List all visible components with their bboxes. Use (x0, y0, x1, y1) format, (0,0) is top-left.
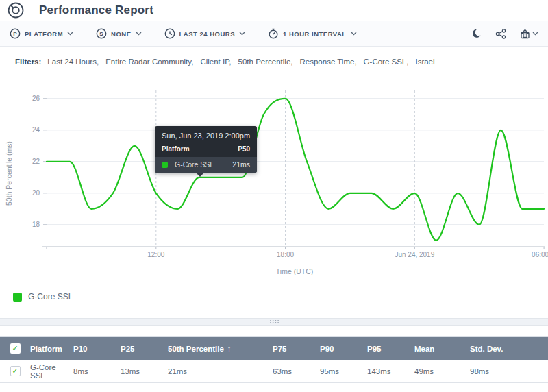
column-header-p10[interactable]: P10 (71, 345, 118, 353)
resize-divider[interactable] (0, 318, 548, 326)
table-row: ✓G-Core SSL8ms13ms21ms63ms95ms143ms49ms9… (0, 360, 548, 383)
svg-text:S: S (99, 31, 103, 37)
row-checkbox[interactable]: ✓ (10, 366, 21, 376)
filter-item: Israel (415, 58, 434, 66)
table-cell: G-Core SSL (27, 363, 71, 380)
y-tick-label: 26 (0, 95, 40, 102)
column-header-p25[interactable]: P25 (118, 345, 165, 353)
filters-list: Last 24 Hours,Entire Radar Community,Cli… (47, 58, 441, 66)
dark-mode-moon-icon (472, 29, 482, 38)
export-icon (520, 29, 530, 39)
column-header-platform[interactable]: Platform (27, 345, 71, 353)
filter-item: Client IP, (200, 58, 231, 66)
share-icon (495, 29, 506, 39)
tooltip-series-row: G-Core SSL 21ms (155, 157, 257, 173)
column-header-std-dev-[interactable]: Std. Dev. (467, 345, 548, 353)
clock-icon (164, 28, 175, 39)
sonar-dropdown[interactable]: S NONE (96, 28, 141, 39)
column-header-mean[interactable]: Mean (412, 345, 467, 353)
y-tick-label: 18 (0, 221, 40, 228)
stats-table: ✓PlatformP10P2550th Percentile↑P75P90P95… (0, 336, 548, 383)
column-header-50th-percentile[interactable]: 50th Percentile↑ (165, 345, 270, 353)
x-tick-label: 12:00 (147, 251, 164, 258)
y-axis-title: 50th Percentile (ms) (5, 136, 13, 211)
column-header-p90[interactable]: P90 (317, 345, 364, 353)
svg-text:P: P (13, 31, 17, 37)
radar-logo-icon (7, 1, 25, 19)
chevron-down-icon (351, 32, 357, 36)
app-header: Performance Report (0, 0, 548, 21)
interval-icon (268, 28, 279, 39)
filter-item: 50th Percentile, (238, 58, 293, 66)
table-header-row: ✓PlatformP10P2550th Percentile↑P75P90P95… (0, 337, 548, 360)
drag-grip-icon (269, 319, 279, 324)
table-cell: 63ms (270, 367, 317, 376)
filter-item: Response Time, (300, 58, 357, 66)
y-tick-label: 24 (0, 126, 40, 134)
column-header-p75[interactable]: P75 (270, 345, 317, 353)
tooltip-series-value: 21ms (232, 160, 250, 169)
tooltip-col-p50: P50 (238, 145, 250, 153)
time-range-dropdown-label: LAST 24 HOURS (179, 30, 235, 38)
tooltip-arrow (196, 173, 204, 177)
filters-label: Filters: (15, 58, 41, 66)
chevron-down-icon (532, 32, 538, 36)
x-tick-label: 18:00 (277, 251, 294, 258)
x-axis-title: Time (UTC) (276, 267, 313, 275)
chart-section: 50th Percentile (ms) 182022242612:0018:0… (0, 71, 548, 277)
legend-color-swatch (13, 293, 22, 302)
platform-icon: P (10, 28, 21, 39)
column-header-p95[interactable]: P95 (364, 345, 412, 353)
filter-item: Entire Radar Community, (105, 58, 193, 66)
chart-tooltip: Sun, Jun 23, 2019 2:00pm Platform P50 G-… (155, 126, 257, 173)
time-range-dropdown[interactable]: LAST 24 HOURS (164, 28, 245, 39)
filter-item: Last 24 Hours, (47, 58, 99, 66)
platform-dropdown[interactable]: P PLATFORM (10, 28, 73, 39)
x-tick-label: 06:00 (532, 251, 548, 258)
table-cell: 98ms (467, 367, 548, 376)
sonar-icon: S (96, 28, 107, 39)
sort-ascending-icon: ↑ (227, 345, 232, 353)
chevron-down-icon (239, 32, 245, 36)
y-tick-label: 20 (0, 189, 40, 197)
x-tick-label: Jun 24, 2019 (395, 251, 434, 258)
interval-dropdown-label: 1 HOUR INTERVAL (283, 30, 347, 38)
sonar-dropdown-label: NONE (111, 30, 131, 38)
filters-bar: Filters: Last 24 Hours,Entire Radar Comm… (15, 58, 548, 66)
tooltip-series-name: G-Core SSL (175, 160, 214, 169)
select-all-checkbox[interactable]: ✓ (10, 343, 21, 354)
toolbar: P PLATFORM S NONE LAST 24 HOURS 1 HOUR I… (0, 21, 548, 47)
legend-label: G-Core SSL (28, 292, 73, 302)
filter-item: G-Core SSL, (364, 58, 409, 66)
share-button[interactable] (495, 29, 506, 39)
tooltip-timestamp: Sun, Jun 23, 2019 2:00pm (162, 132, 250, 140)
interval-dropdown[interactable]: 1 HOUR INTERVAL (268, 28, 357, 39)
chevron-down-icon (67, 32, 73, 36)
table-cell: 143ms (364, 367, 412, 376)
dark-mode-button[interactable] (472, 29, 482, 38)
performance-line-chart[interactable] (47, 89, 545, 247)
table-cell: 49ms (412, 367, 467, 376)
table-cell: 95ms (317, 367, 364, 376)
tooltip-col-platform: Platform (162, 145, 190, 153)
platform-dropdown-label: PLATFORM (25, 30, 63, 38)
table-cell: 8ms (71, 367, 118, 376)
series-color-swatch (162, 162, 168, 168)
chevron-down-icon (136, 32, 142, 36)
y-tick-label: 22 (0, 158, 40, 165)
table-cell: 13ms (118, 367, 165, 376)
page-title: Performance Report (39, 3, 153, 17)
legend-item-gcore-ssl[interactable]: G-Core SSL (13, 292, 548, 302)
export-button[interactable] (520, 29, 538, 39)
table-cell: 21ms (165, 367, 270, 376)
